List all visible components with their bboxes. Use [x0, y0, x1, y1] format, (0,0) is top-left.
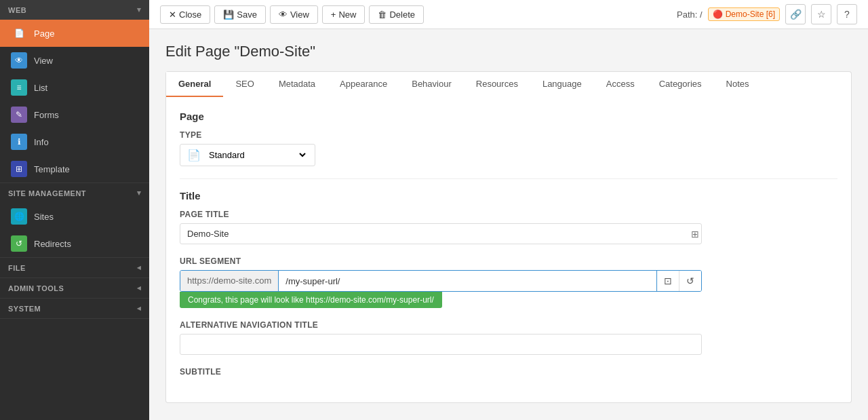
topbar: ✕ Close 💾 Save 👁 View + New 🗑 Delete Pat… — [149, 0, 868, 29]
url-success-banner: Congrats, this page will look like https… — [180, 292, 442, 308]
url-segment-label: URL Segment — [180, 256, 837, 266]
type-select-wrapper[interactable]: 📄 Standard External Link — [180, 144, 315, 166]
sites-icon: 🌐 — [11, 208, 27, 225]
page-type-section: Page Type 📄 Standard External Link — [180, 111, 837, 166]
redirects-icon: ↺ — [11, 235, 27, 252]
chevron-icon-system: ◂ — [137, 304, 142, 313]
save-icon: 💾 — [223, 9, 234, 20]
chevron-icon-sm: ▾ — [137, 189, 142, 197]
url-segment-input[interactable] — [279, 271, 656, 291]
tab-behaviour[interactable]: Behaviour — [399, 72, 464, 97]
tab-general[interactable]: General — [166, 72, 223, 97]
sidebar-section-header-admin-tools[interactable]: ADMIN TOOLS ◂ — [0, 278, 149, 298]
sidebar-item-label-forms: Forms — [34, 110, 59, 120]
page-title-label: Page Title — [180, 210, 837, 219]
topbar-actions: ✕ Close 💾 Save 👁 View + New 🗑 Delete — [160, 5, 424, 24]
page-doc-icon: 📄 — [187, 149, 201, 161]
url-segment-section: URL Segment https://demo-site.com ⊡ ↺ Co… — [180, 256, 837, 308]
tab-language[interactable]: Language — [530, 72, 594, 97]
tab-appearance[interactable]: Appearance — [328, 72, 399, 97]
sidebar-item-redirects[interactable]: ↺ Redirects — [0, 230, 149, 257]
tab-categories[interactable]: Categories — [647, 72, 714, 97]
site-badge: 🔴 Demo-Site [6] — [708, 7, 780, 21]
sidebar-section-header-web[interactable]: WEB ▾ — [0, 0, 149, 20]
sidebar-item-label-info: Info — [34, 137, 49, 147]
page-section-title: Page — [180, 111, 837, 122]
sidebar-item-sites[interactable]: 🌐 Sites — [0, 203, 149, 230]
sidebar-item-label-page: Page — [34, 28, 54, 39]
sidebar-item-list[interactable]: ≡ List — [0, 74, 149, 101]
section-divider-1 — [180, 178, 837, 179]
chevron-icon-file: ◂ — [137, 263, 142, 272]
view-icon: 👁 — [11, 52, 27, 69]
eye-icon: 👁 — [279, 9, 288, 20]
star-button[interactable]: ☆ — [811, 4, 831, 24]
sidebar-item-label-template: Template — [34, 164, 70, 174]
url-refresh-button[interactable]: ↺ — [679, 271, 701, 291]
sidebar-section-label-system: SYSTEM — [8, 305, 41, 313]
type-select[interactable]: Standard External Link — [206, 149, 308, 161]
help-button[interactable]: ? — [837, 4, 857, 24]
sidebar-section-web: WEB ▾ 📄 Page 👁 View ≡ List ✎ Forms ℹ Inf… — [0, 0, 149, 183]
sidebar-section-admin-tools: ADMIN TOOLS ◂ — [0, 278, 149, 299]
sidebar-item-forms[interactable]: ✎ Forms — [0, 101, 149, 128]
info-icon: ℹ — [11, 134, 27, 150]
tab-notes[interactable]: Notes — [714, 72, 762, 97]
chevron-icon: ▾ — [137, 5, 142, 14]
chevron-icon-admin: ◂ — [137, 284, 142, 292]
tab-seo[interactable]: SEO — [223, 72, 266, 97]
site-badge-name: Demo-Site [6] — [726, 9, 775, 19]
tab-metadata[interactable]: Metadata — [267, 72, 328, 97]
sidebar-section-label-site-management: SITE MANAGEMENT — [8, 189, 86, 197]
subtitle-section: Subtitle — [180, 367, 837, 377]
sidebar-item-label-redirects: Redirects — [34, 239, 71, 249]
url-copy-button[interactable]: ⊡ — [657, 271, 679, 291]
sidebar-section-label-file: FILE — [8, 264, 26, 272]
tab-access[interactable]: Access — [594, 72, 647, 97]
main-area: ✕ Close 💾 Save 👁 View + New 🗑 Delete Pat… — [149, 0, 868, 420]
title-section: Title Page Title ⊞ — [180, 190, 837, 244]
sidebar-section-file: FILE ◂ — [0, 258, 149, 278]
tab-resources[interactable]: Resources — [464, 72, 530, 97]
alt-nav-title-label: Alternative Navigation Title — [180, 320, 837, 330]
delete-button[interactable]: 🗑 Delete — [369, 5, 424, 24]
sidebar-section-header-site-management[interactable]: SITE MANAGEMENT ▾ — [0, 183, 149, 203]
topbar-path: Path: / 🔴 Demo-Site [6] 🔗 ☆ ? — [677, 4, 857, 24]
sidebar-section-label-web: WEB — [8, 6, 26, 14]
view-button[interactable]: 👁 View — [270, 5, 318, 24]
sidebar-item-template[interactable]: ⊞ Template — [0, 155, 149, 183]
plus-icon: + — [331, 9, 336, 20]
type-label: Type — [180, 130, 837, 140]
close-button[interactable]: ✕ Close — [160, 5, 210, 24]
site-badge-icon: 🔴 — [713, 9, 723, 19]
sidebar-section-header-system[interactable]: SYSTEM ◂ — [0, 299, 149, 318]
url-actions: ⊡ ↺ — [656, 271, 701, 291]
sidebar-item-view[interactable]: 👁 View — [0, 47, 149, 74]
url-segment-wrapper: https://demo-site.com ⊡ ↺ — [180, 270, 702, 292]
sidebar-item-label-sites: Sites — [34, 212, 54, 222]
save-button[interactable]: 💾 Save — [214, 5, 266, 24]
subtitle-label: Subtitle — [180, 367, 837, 377]
sidebar-section-header-file[interactable]: FILE ◂ — [0, 258, 149, 278]
url-prefix: https://demo-site.com — [180, 271, 279, 291]
translate-button[interactable]: ⊞ — [691, 229, 699, 240]
sidebar-item-label-view: View — [34, 56, 53, 66]
sidebar-item-page[interactable]: 📄 Page — [0, 20, 149, 47]
new-button[interactable]: + New — [322, 5, 366, 24]
sidebar-section-system: SYSTEM ◂ — [0, 299, 149, 319]
page-title-input[interactable] — [180, 223, 702, 244]
list-icon: ≡ — [11, 79, 27, 96]
sidebar-section-label-admin-tools: ADMIN TOOLS — [8, 284, 64, 292]
title-section-title: Title — [180, 190, 837, 202]
sidebar-item-info[interactable]: ℹ Info — [0, 128, 149, 155]
external-link-button[interactable]: 🔗 — [785, 4, 806, 24]
sidebar: WEB ▾ 📄 Page 👁 View ≡ List ✎ Forms ℹ Inf… — [0, 0, 149, 420]
alt-nav-title-input[interactable] — [180, 334, 702, 355]
page-icon: 📄 — [11, 25, 27, 41]
close-icon: ✕ — [169, 9, 176, 20]
forms-icon: ✎ — [11, 107, 27, 123]
trash-icon: 🗑 — [378, 9, 387, 20]
path-label: Path: / — [677, 9, 703, 20]
tab-content-general: Page Type 📄 Standard External Link Title… — [165, 97, 852, 403]
alt-nav-title-section: Alternative Navigation Title — [180, 320, 837, 355]
